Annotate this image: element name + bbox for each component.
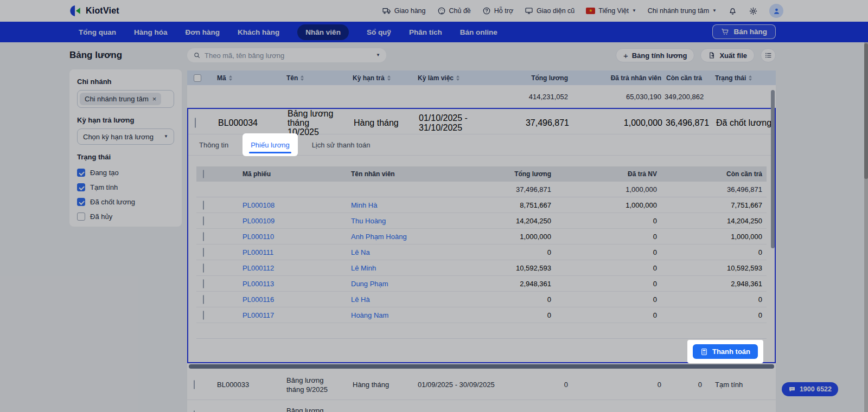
- row-checkbox[interactable]: [203, 263, 204, 273]
- pay-button[interactable]: Thanh toán: [693, 344, 758, 359]
- payroll-row[interactable]: BL000032 Bảng lương tháng 8/2025 Hàng th…: [187, 400, 776, 412]
- tab-info[interactable]: Thông tin: [199, 141, 228, 149]
- row-checkbox[interactable]: [203, 201, 204, 210]
- brand-logo[interactable]: KiotViet: [69, 5, 119, 17]
- status-option-provisional[interactable]: Tạm tính: [77, 180, 174, 195]
- list-columns-icon: [764, 52, 772, 59]
- employee-name-link[interactable]: Lê Minh: [348, 264, 489, 272]
- payroll-row-expanded[interactable]: BL000034 Bảng lương tháng 10/2025 Hàng t…: [188, 109, 775, 134]
- column-settings-button[interactable]: [761, 48, 776, 62]
- nav-item-products[interactable]: Hàng hóa: [134, 28, 168, 36]
- nav-item-orders[interactable]: Đơn hàng: [186, 28, 220, 36]
- select-all-checkbox[interactable]: [203, 170, 204, 178]
- branch-selector[interactable]: Chi nhánh trung tâm ▼: [648, 7, 717, 15]
- row-checkbox[interactable]: [203, 216, 204, 226]
- branch-label: Chi nhánh trung tâm: [648, 7, 709, 15]
- sort-icon: [301, 75, 304, 81]
- payslip-code-link[interactable]: PL000113: [234, 280, 348, 288]
- tab-payment-history[interactable]: Lịch sử thanh toán: [312, 141, 371, 149]
- employee-name-link[interactable]: Minh Hà: [348, 201, 489, 209]
- payslip-code-link[interactable]: PL000108: [234, 201, 348, 209]
- row-checkbox[interactable]: [203, 311, 204, 320]
- user-avatar[interactable]: [769, 4, 783, 18]
- payroll-paid: 0: [571, 381, 665, 389]
- page-scrollbar-thumb[interactable]: [864, 43, 868, 179]
- row-checkbox[interactable]: [203, 279, 204, 288]
- status-option-creating[interactable]: Đang tạo: [77, 165, 174, 180]
- column-header-term[interactable]: Kỳ hạn trả: [346, 74, 410, 82]
- row-checkbox[interactable]: [203, 232, 204, 241]
- payroll-row[interactable]: BL000033 Bảng lương tháng 9/2025 Hàng th…: [187, 370, 776, 400]
- support-menu-item[interactable]: Hỗ trợ: [482, 7, 513, 15]
- payslip-table: Mã phiếu Tên nhân viên Tổng lương Đã trả…: [188, 156, 775, 364]
- employee-name-link[interactable]: Thu Hoàng: [348, 217, 489, 225]
- horizontal-scrollbar-thumb[interactable]: [189, 364, 774, 369]
- payslip-code-link[interactable]: PL000109: [234, 217, 348, 225]
- create-payroll-button[interactable]: + Bảng tính lương: [616, 48, 694, 62]
- nav-item-online-sales[interactable]: Bán online: [460, 28, 497, 36]
- search-input[interactable]: [205, 52, 372, 60]
- nav-item-employees[interactable]: Nhân viên: [297, 24, 349, 40]
- select-all-checkbox[interactable]: [194, 74, 201, 82]
- old-interface-menu-item[interactable]: Giao diện cũ: [525, 7, 575, 15]
- column-header-code[interactable]: Mã: [203, 74, 277, 82]
- column-header-slip-code[interactable]: Mã phiếu: [234, 170, 348, 178]
- employee-name-link[interactable]: Dung Phạm: [348, 280, 489, 288]
- column-header-name[interactable]: Tên: [277, 74, 346, 82]
- search-box[interactable]: ▼: [187, 48, 386, 62]
- payslip-code-link[interactable]: PL000117: [234, 311, 348, 319]
- support-hotline-badge[interactable]: 1900 6522: [782, 382, 838, 396]
- row-checkbox[interactable]: [194, 380, 195, 389]
- page-scrollbar: [864, 42, 868, 412]
- column-header-remaining[interactable]: Còn cần trả: [665, 74, 705, 82]
- employee-name-link[interactable]: Lê Na: [348, 248, 489, 256]
- support-label: Hỗ trợ: [494, 7, 513, 15]
- language-selector[interactable]: ★ Tiếng Việt ▼: [586, 7, 636, 15]
- branch-filter-input[interactable]: Chi nhánh trung tâm ×: [77, 90, 174, 108]
- theme-menu-item[interactable]: Chủ đề: [437, 7, 471, 15]
- column-header-employee[interactable]: Tên nhân viên: [348, 170, 489, 178]
- row-checkbox[interactable]: [195, 118, 196, 128]
- pay-term-select[interactable]: Chọn kỳ hạn trả lương ▼: [77, 128, 174, 145]
- column-header-paid[interactable]: Đã trả NV: [554, 170, 660, 178]
- column-header-remaining[interactable]: Còn cần trả: [660, 170, 767, 178]
- status-option-finalized[interactable]: Đã chốt lương: [77, 195, 174, 209]
- payslip-code-link[interactable]: PL000110: [234, 233, 348, 241]
- payslip-code-link[interactable]: PL000111: [234, 248, 348, 256]
- payslip-remaining: 14,204,250: [660, 217, 767, 225]
- status-option-cancelled[interactable]: Đã hủy: [77, 209, 174, 224]
- payslip-code-link[interactable]: PL000116: [234, 295, 348, 304]
- row-checkbox[interactable]: [203, 248, 204, 257]
- settings-button[interactable]: [749, 7, 758, 16]
- notifications-button[interactable]: [728, 7, 737, 16]
- nav-item-cashbook[interactable]: Sổ quỹ: [367, 28, 391, 36]
- column-header-total[interactable]: Tổng lương: [500, 74, 571, 82]
- checkbox[interactable]: [77, 183, 85, 191]
- nav-item-analytics[interactable]: Phân tích: [409, 28, 442, 36]
- payslip-code-link[interactable]: PL000112: [234, 264, 348, 272]
- sell-button[interactable]: Bán hàng: [712, 24, 776, 39]
- close-icon[interactable]: ×: [152, 95, 157, 102]
- column-header-period[interactable]: Kỳ làm việc: [410, 74, 500, 82]
- employee-name-link[interactable]: Hoàng Nam: [348, 311, 489, 319]
- payslip-paid: 0: [554, 217, 660, 225]
- payroll-term: Hàng tháng: [347, 118, 411, 128]
- page: KiotViet Giao hàng Chủ đề Hỗ trợ Giao di…: [0, 0, 868, 412]
- export-file-button[interactable]: Xuất file: [700, 48, 755, 62]
- employee-name-link[interactable]: Lê Hà: [348, 295, 489, 304]
- column-header-paid[interactable]: Đã trả nhân viên: [571, 74, 665, 82]
- nav-item-customers[interactable]: Khách hàng: [238, 28, 279, 36]
- nav-item-overview[interactable]: Tổng quan: [79, 28, 116, 36]
- checkbox[interactable]: [77, 213, 85, 221]
- checkbox[interactable]: [77, 169, 85, 177]
- row-checkbox[interactable]: [203, 295, 204, 304]
- old-interface-label: Giao diện cũ: [537, 7, 575, 15]
- column-header-status[interactable]: Trạng thái: [705, 74, 776, 82]
- delivery-menu-item[interactable]: Giao hàng: [382, 7, 426, 15]
- vertical-scrollbar-thumb[interactable]: [771, 90, 775, 248]
- tab-payslips[interactable]: Phiếu lương: [251, 141, 289, 149]
- column-header-total[interactable]: Tổng lương: [489, 170, 554, 178]
- payslip-paid: 0: [554, 248, 660, 256]
- checkbox[interactable]: [77, 198, 85, 206]
- employee-name-link[interactable]: Anh Phạm Hoàng: [348, 233, 489, 241]
